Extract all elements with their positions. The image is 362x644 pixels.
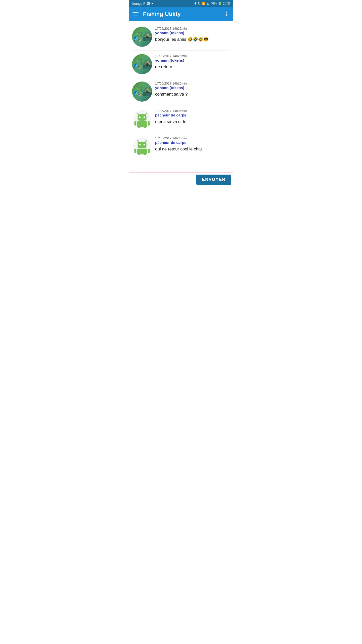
wifi-icon: 📶: [201, 2, 205, 5]
svg-rect-22: [143, 92, 146, 96]
more-options-icon[interactable]: ⋮: [223, 11, 230, 17]
svg-rect-36: [134, 121, 136, 126]
battery-level: 46%: [211, 2, 217, 5]
message-body: 17/06/2017 14h25minyohann (tokens)bonjou…: [155, 27, 230, 43]
svg-point-43: [139, 144, 141, 145]
bottom-bar: ENVOYER: [129, 173, 233, 186]
hamburger-line-2: [132, 14, 139, 15]
message-meta: 17/06/2017 14h36minpêcheur de carpe: [155, 109, 230, 117]
message-body: 17/06/2017 14h36minpêcheur de carpeoui d…: [155, 136, 230, 152]
message-meta: 17/06/2017 14h25minyohann (tokens): [155, 82, 230, 90]
message-text: comment sa va ?: [155, 91, 230, 97]
app-title: Fishing Utility: [143, 11, 223, 17]
message-text: oui de retour cool le chat: [155, 146, 230, 152]
avatar-android: [132, 109, 152, 129]
message-text: de retour ...: [155, 64, 230, 70]
send-button[interactable]: ENVOYER: [196, 175, 231, 185]
svg-rect-37: [148, 121, 150, 126]
carrier-name: Orange F: [131, 2, 145, 6]
svg-rect-13: [149, 65, 152, 69]
svg-rect-2: [143, 37, 146, 41]
svg-rect-12: [143, 65, 146, 69]
battery-icon: 🔋: [218, 2, 222, 5]
chat-message: 17/06/2017 14h25minyohann (tokens)commen…: [129, 78, 233, 105]
message-username: pêcheur de carpe: [155, 113, 230, 117]
chat-message: 17/06/2017 14h36minpêcheur de carpemerci…: [129, 105, 233, 133]
svg-rect-39: [144, 127, 146, 128]
status-bar: Orange F 🖼 ✔ ✱ N 📶 ▲ 46% 🔋 14:37: [129, 0, 233, 7]
svg-point-4: [147, 33, 149, 36]
svg-rect-48: [138, 154, 140, 155]
svg-point-33: [139, 116, 141, 118]
chat-message: 17/06/2017 14h25minyohann (tokens)bonjou…: [129, 23, 233, 50]
carrier-info: Orange F 🖼 ✔: [131, 2, 154, 6]
message-time: 17/06/2017 14h36min: [155, 136, 230, 140]
message-meta: 17/06/2017 14h25minyohann (tokens): [155, 54, 230, 62]
svg-rect-38: [138, 127, 140, 128]
hamburger-line-3: [132, 16, 139, 16]
avatar-fisher: [132, 82, 152, 102]
svg-rect-3: [149, 37, 152, 41]
avatar-android: [132, 136, 152, 156]
svg-point-24: [147, 88, 149, 91]
hamburger-line-1: [132, 12, 139, 13]
avatar-fisher: [132, 27, 152, 47]
message-text: bonjour les amis 🤣🤣🤣😎: [155, 36, 230, 43]
bluetooth-icon: ✱: [194, 2, 197, 5]
message-body: 17/06/2017 14h25minyohann (tokens)de ret…: [155, 54, 230, 70]
svg-point-14: [147, 61, 149, 63]
message-time: 17/06/2017 14h25min: [155, 82, 230, 85]
gallery-icon: 🖼: [147, 2, 150, 6]
message-time: 17/06/2017 14h25min: [155, 27, 230, 30]
message-username: yohann (tokens): [155, 58, 230, 62]
message-body: 17/06/2017 14h36minpêcheur de carpemerci…: [155, 109, 230, 125]
signal-icon: ▲: [206, 2, 209, 5]
svg-rect-45: [137, 149, 147, 154]
svg-rect-47: [148, 149, 150, 153]
avatar-fisher: [132, 54, 152, 74]
clock: 14:37: [223, 2, 231, 5]
chat-area: 17/06/2017 14h25minyohann (tokens)bonjou…: [129, 21, 233, 173]
chat-message: 17/06/2017 14h36minpêcheur de carpeoui d…: [129, 133, 233, 160]
message-text: merci sa va et toi: [155, 119, 230, 125]
message-meta: 17/06/2017 14h25minyohann (tokens): [155, 27, 230, 35]
message-body: 17/06/2017 14h25minyohann (tokens)commen…: [155, 82, 230, 97]
svg-point-44: [144, 144, 145, 145]
message-time: 17/06/2017 14h25min: [155, 54, 230, 58]
app-bar: Fishing Utility ⋮: [129, 7, 233, 21]
svg-rect-49: [144, 154, 146, 155]
svg-point-34: [144, 116, 145, 118]
status-icons: ✱ N 📶 ▲ 46% 🔋 14:37: [194, 2, 231, 5]
svg-rect-23: [149, 92, 152, 96]
svg-rect-46: [134, 149, 136, 153]
message-username: yohann (tokens): [155, 86, 230, 90]
svg-rect-35: [137, 121, 147, 127]
message-time: 17/06/2017 14h36min: [155, 109, 230, 113]
check-icon: ✔: [151, 2, 154, 6]
message-username: pêcheur de carpe: [155, 140, 230, 145]
hamburger-menu[interactable]: [132, 12, 139, 16]
message-username: yohann (tokens): [155, 31, 230, 35]
message-input[interactable]: [131, 176, 195, 183]
chat-message: 17/06/2017 14h25minyohann (tokens)de ret…: [129, 51, 233, 78]
message-meta: 17/06/2017 14h36minpêcheur de carpe: [155, 136, 230, 145]
nfc-icon: N: [198, 2, 200, 5]
